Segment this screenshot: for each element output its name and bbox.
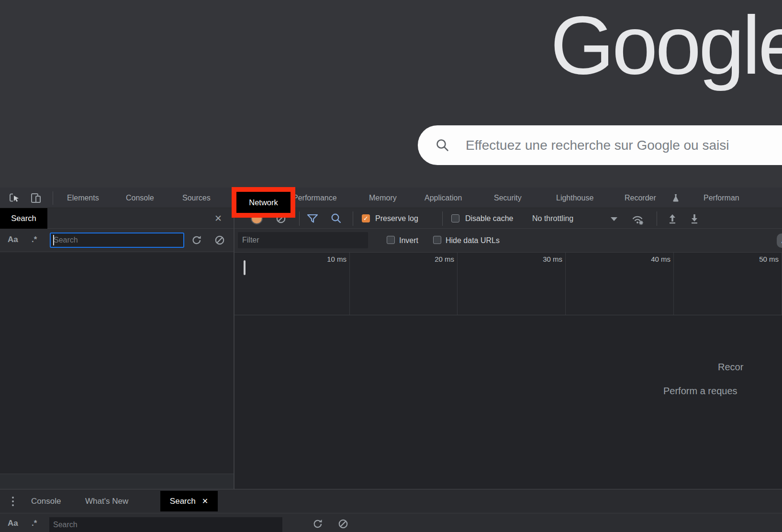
filter-input[interactable] [238,232,368,248]
disable-cache-checkbox[interactable] [451,214,459,222]
separator [442,211,443,226]
invert-checkbox[interactable] [387,236,395,244]
timeline-tick: 30 ms [531,255,562,263]
search-panel-title: Search [0,208,47,229]
screen: Google Effectuez une recherche sur Googl… [0,0,782,532]
close-icon[interactable]: ✕ [202,497,208,506]
drawer-search-input[interactable] [49,517,282,532]
refresh-icon[interactable] [312,518,324,530]
drawer-tab-search-selected[interactable]: Search ✕ [160,491,218,511]
timeline-tick: 40 ms [639,255,670,263]
network-filter-bar: Invert Hide data URLs All Fetch/XHR JS C… [235,229,782,253]
disable-cache-label[interactable]: Disable cache [465,208,514,229]
tab-lighthouse[interactable]: Lighthouse [556,188,593,208]
search-network-icon[interactable] [330,212,342,224]
tab-sources[interactable]: Sources [182,188,211,208]
search-panel-footer [0,474,234,489]
separator [657,211,657,226]
import-har-icon[interactable] [666,212,679,225]
tab-performance-insights[interactable]: Performan [704,188,739,208]
regex-button[interactable]: .* [32,519,37,528]
invert-label[interactable]: Invert [399,229,418,253]
export-har-icon[interactable] [688,212,701,225]
clear-icon[interactable] [337,518,349,530]
devtools-tabbar: Elements Console Sources Performance Mem… [0,188,782,208]
separator [353,211,353,226]
filter-icon[interactable] [306,213,319,224]
hide-data-urls-label[interactable]: Hide data URLs [446,229,500,253]
close-icon[interactable]: ✕ [214,208,222,229]
device-toolbar-icon[interactable] [30,192,42,204]
empty-state-line2: Perform a reques [663,386,737,397]
preserve-log-checkbox[interactable]: ✓ [362,214,370,222]
timeline-tick: 50 ms [747,255,779,263]
tab-network-selected[interactable]: Network [236,192,290,213]
tab-security[interactable]: Security [494,188,522,208]
google-logo: Google [550,2,782,89]
search-results-area [0,252,234,474]
drawer-tab-console[interactable]: Console [31,489,61,513]
google-search-bar[interactable]: Effectuez une recherche sur Google ou sa… [418,125,782,165]
network-toolbar: ✓ Preserve log Disable cache No throttli… [235,208,782,229]
inspect-cursor-icon[interactable] [8,192,21,204]
preserve-log-label[interactable]: Preserve log [375,208,418,229]
filter-type-all[interactable]: All [777,233,782,248]
tab-application[interactable]: Application [425,188,462,208]
separator [53,191,53,205]
refresh-icon[interactable] [191,234,202,246]
match-case-button[interactable]: Aa [8,519,18,528]
search-input[interactable] [50,233,184,248]
gridline [457,253,458,315]
tab-memory[interactable]: Memory [369,188,397,208]
browser-viewport: Google Effectuez une recherche sur Googl… [0,0,782,188]
gridline [673,253,674,315]
flask-icon [671,193,681,203]
timeline-drag-handle[interactable] [244,260,246,275]
text-caret [53,235,54,245]
network-timeline-overview[interactable]: 10 ms 20 ms 30 ms 40 ms 50 ms [235,253,782,315]
search-icon [435,138,450,153]
kebab-menu-icon[interactable] [12,497,14,506]
clear-icon[interactable] [214,234,225,246]
chevron-down-icon[interactable] [611,217,617,221]
tab-performance[interactable]: Performance [293,188,337,208]
timeline-tick: 20 ms [423,255,454,263]
tab-elements[interactable]: Elements [67,188,99,208]
google-search-placeholder: Effectuez une recherche sur Google ou sa… [466,125,729,165]
drawer-tabbar: Console What's New [0,489,782,513]
throttling-select[interactable]: No throttling [532,208,573,229]
empty-state-line1: Recor [718,362,743,373]
tab-console[interactable]: Console [126,188,154,208]
network-panel: ✓ Preserve log Disable cache No throttli… [235,208,782,489]
hide-data-urls-checkbox[interactable] [433,236,441,244]
match-case-button[interactable]: Aa [8,235,18,244]
tab-recorder[interactable]: Recorder [625,188,656,208]
network-conditions-icon[interactable] [631,212,644,226]
network-requests-area: Recor Perform a reques [235,315,782,489]
drawer-tab-search-label: Search [170,497,196,506]
timeline-tick: 10 ms [315,255,346,263]
separator [299,211,300,226]
gridline [565,253,566,315]
drawer-tab-whats-new[interactable]: What's New [85,489,128,513]
regex-button[interactable]: .* [32,235,37,244]
gridline [349,253,350,315]
